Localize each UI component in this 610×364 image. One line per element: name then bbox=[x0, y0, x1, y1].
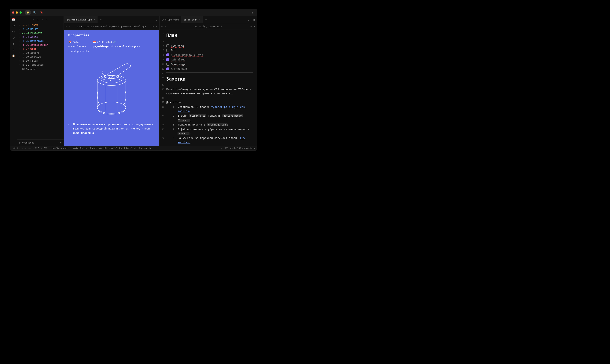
line-number: 9 bbox=[161, 57, 166, 62]
minimize-window-button[interactable] bbox=[16, 11, 18, 14]
pencil-icon[interactable]: ✎ bbox=[221, 147, 222, 149]
close-icon[interactable]: × bbox=[199, 18, 200, 21]
new-folder-icon[interactable]: 🗀 bbox=[37, 18, 39, 21]
folder-zotero[interactable]: ›▭08 Zotero bbox=[18, 51, 62, 55]
task-item[interactable]: Фронтенды bbox=[166, 62, 253, 66]
more-icon[interactable]: ⋯ bbox=[254, 25, 255, 28]
folder-materials[interactable]: ›⫿05 Materials bbox=[18, 39, 62, 43]
line-number: 4 bbox=[161, 32, 166, 39]
tab-daily-note[interactable]: 13-08-2024 × bbox=[181, 16, 203, 23]
checkbox[interactable]: ✓ bbox=[166, 58, 169, 61]
new-tab-button[interactable]: + bbox=[97, 16, 104, 23]
folder-areas[interactable]: ›▤04 Areas bbox=[18, 35, 62, 39]
folder-icon[interactable]: 📁 bbox=[25, 11, 30, 15]
bookmark-icon[interactable]: 🔖 bbox=[39, 11, 44, 15]
list-item[interactable]: 1.Установить TS плагин typescript-plugin… bbox=[166, 105, 253, 114]
folder-files[interactable]: ›🗎10 Files bbox=[18, 59, 62, 63]
folder-archive[interactable]: ›▭09 Archive bbox=[18, 55, 62, 59]
folder-inbox[interactable]: ›☱01 Inbox bbox=[18, 23, 62, 27]
task-item[interactable]: ✓Английский bbox=[166, 66, 253, 71]
reading-mode-icon[interactable]: ▭ bbox=[251, 25, 252, 28]
help-item[interactable]: ⓘСправка bbox=[18, 67, 62, 71]
task-item[interactable]: ✓Хайлайтер bbox=[166, 57, 253, 62]
folder-templates[interactable]: ›🗎11 Templates bbox=[18, 63, 62, 67]
file-tree: ›☱01 Inbox›☑02 Daily›⛶03 Projects›▤04 Ar… bbox=[17, 23, 64, 139]
line-number: 15 bbox=[161, 87, 166, 96]
nav-forward-icon[interactable]: → bbox=[165, 25, 166, 28]
task-label: Бот bbox=[171, 48, 176, 52]
property-cssclasses[interactable]: ≡cssclasses page-blueprint× recolor-imag… bbox=[68, 44, 155, 49]
help-icon[interactable]: ? bbox=[57, 142, 59, 144]
reading-mode-icon[interactable]: ▭ bbox=[153, 25, 154, 28]
note-body-blueprint[interactable]: Properties 📅date 📅27 05 2024🔗 ≡cssclasse… bbox=[64, 30, 159, 146]
task-label: Английский bbox=[171, 67, 187, 71]
folder-daily[interactable]: ›☑02 Daily bbox=[18, 27, 62, 31]
clipboard-icon[interactable]: 📋 bbox=[12, 54, 15, 57]
cards-icon[interactable]: 🗂 bbox=[12, 24, 15, 27]
tab-prototype[interactable]: Прототип хайлайтера × bbox=[64, 16, 98, 23]
close-window-button[interactable] bbox=[12, 11, 14, 14]
folder-zettelcasten[interactable]: ›✱06 Zettelcasten bbox=[18, 43, 62, 47]
copy-icon[interactable]: ⧉ bbox=[12, 48, 15, 51]
sidebar-right-toggle-icon[interactable]: ◨ bbox=[252, 16, 257, 23]
list-item[interactable]: 3.Положить плагин в tsconfig.json; bbox=[166, 122, 253, 127]
folder-icon: 🗎 bbox=[22, 59, 25, 62]
task-item[interactable]: ✓4 сторипоинта в Ozon bbox=[166, 53, 253, 57]
vault-switcher-icon[interactable]: ⇵ bbox=[19, 142, 20, 144]
new-note-icon[interactable]: ✎ bbox=[33, 18, 34, 21]
line-number: 8 bbox=[68, 123, 70, 127]
external-link[interactable]: CSS Modules⬈ bbox=[178, 136, 245, 144]
collapse-icon[interactable]: ⤫ bbox=[46, 18, 48, 21]
list-item[interactable]: 5.На VS Code за переходы отвечает плагин… bbox=[166, 136, 253, 145]
tab-dropdown-icon[interactable]: ⌄ bbox=[154, 16, 159, 23]
checkbox[interactable]: ✓ bbox=[166, 53, 169, 56]
calendar-icon[interactable]: 📅 bbox=[12, 18, 15, 21]
more-icon[interactable]: ⋯ bbox=[156, 25, 157, 28]
tab-dropdown-icon[interactable]: ⌄ bbox=[246, 16, 252, 23]
ribbon: 📅 🗂 <% ⌬ ▦ ⧉ 📋 bbox=[10, 16, 17, 146]
breadcrumb[interactable]: 02 Daily/13-08-2024 bbox=[168, 25, 249, 28]
nav-forward-icon[interactable]: → bbox=[69, 25, 70, 28]
vault-name[interactable]: Moonstone bbox=[22, 142, 34, 144]
folder-wiki[interactable]: ›⊘07 Wiki bbox=[18, 47, 62, 51]
remove-chip-icon[interactable]: × bbox=[139, 45, 140, 48]
search-icon[interactable]: 🔍 bbox=[32, 11, 37, 15]
heading-plan: План bbox=[166, 32, 253, 39]
note-paragraph[interactable]: 8 Пластиковая пластина прижимает ленту к… bbox=[68, 122, 155, 135]
graph-icon[interactable]: ⌬ bbox=[12, 36, 15, 39]
code-icon[interactable]: <% bbox=[12, 30, 15, 33]
new-tab-button[interactable]: + bbox=[203, 16, 209, 23]
folder-label: 06 Zettelcasten bbox=[26, 43, 48, 46]
folder-projects[interactable]: ›⛶03 Projects bbox=[18, 31, 62, 35]
add-property-button[interactable]: +Add property bbox=[68, 49, 155, 54]
tab-graph-view[interactable]: ⌬ Graph view bbox=[159, 16, 181, 23]
remove-chip-icon[interactable]: × bbox=[115, 45, 116, 48]
checkbox[interactable] bbox=[166, 44, 169, 47]
checkbox[interactable] bbox=[166, 63, 169, 65]
checkbox[interactable]: ✓ bbox=[166, 67, 169, 70]
settings-icon[interactable]: ⚙ bbox=[60, 142, 61, 144]
status-right: 101 words 765 characters bbox=[225, 147, 255, 149]
external-link[interactable]: typescript-plugin-css-modules⬈ bbox=[178, 105, 246, 113]
folder-label: 08 Zotero bbox=[26, 51, 39, 54]
grid-icon[interactable]: ▦ bbox=[12, 42, 15, 45]
task-item[interactable]: Прогулка bbox=[166, 43, 253, 48]
property-date[interactable]: 📅date 📅27 05 2024🔗 bbox=[68, 40, 155, 44]
nav-back-icon[interactable]: ← bbox=[66, 25, 67, 28]
calendar-icon: 📅 bbox=[68, 40, 71, 43]
tab-label: 13-08-2024 bbox=[184, 18, 197, 21]
folder-icon: ⊘ bbox=[22, 47, 25, 50]
checkbox[interactable] bbox=[166, 49, 169, 52]
sidebar-toggle-icon[interactable]: ◧ bbox=[250, 11, 255, 15]
nav-back-icon[interactable]: ← bbox=[161, 25, 163, 28]
task-item[interactable]: Бот bbox=[166, 48, 253, 52]
calendar-icon: 📅 bbox=[93, 40, 96, 43]
close-icon[interactable]: × bbox=[93, 18, 95, 21]
note-body-daily[interactable]: 4План 5 6Прогулка7Бот8✓4 сторипоинта в O… bbox=[159, 30, 257, 146]
breadcrumb[interactable]: 03 Projects/Ленточный маркер/Прототип ха… bbox=[72, 25, 151, 28]
zoom-window-button[interactable] bbox=[20, 11, 22, 14]
list-item[interactable]: 4.В файле компонента убрать из названия … bbox=[166, 127, 253, 136]
sort-icon[interactable]: ⇅ bbox=[42, 18, 43, 21]
list-item[interactable]: 2.В файл global.d.ts положить declare mo… bbox=[166, 113, 253, 122]
line-number: 17 bbox=[161, 100, 166, 104]
